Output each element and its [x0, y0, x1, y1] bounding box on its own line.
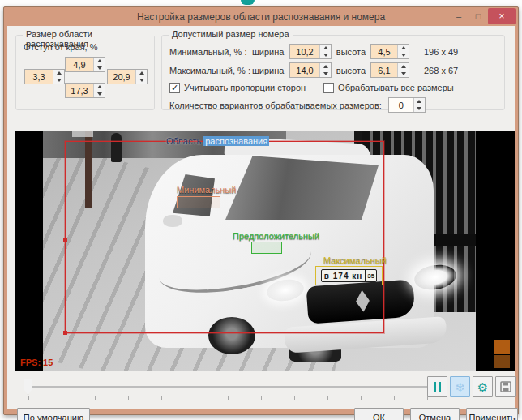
snowflake-icon: ❄ [455, 381, 465, 393]
height-label: высота [332, 47, 370, 57]
variants-spinner[interactable]: 0 [388, 97, 426, 113]
spinner-arrows-icon[interactable] [397, 45, 409, 58]
page-background: Настройка размеров области распознавания… [0, 0, 522, 420]
min-label: Минимальный, % : [169, 47, 252, 57]
apply-button[interactable]: Применить [466, 408, 518, 420]
spinner-arrows-icon[interactable] [93, 58, 105, 71]
camera-osd-mark [72, 131, 93, 137]
timeline-ticks [28, 396, 432, 400]
dialog-content: Размер области распознавания Отступ от к… [7, 26, 515, 409]
timeline-thumb[interactable] [24, 379, 32, 395]
minimal-size-box [177, 196, 220, 208]
min-pixel-size: 196 x 49 [424, 47, 458, 57]
resize-handle[interactable] [63, 331, 67, 335]
spinner-arrows-icon[interactable] [319, 63, 331, 77]
settings-button[interactable]: ⚙ [473, 376, 493, 397]
status-square-bottom [494, 355, 510, 368]
maximal-overlay-label: Максимальный [323, 255, 387, 265]
recognition-area-label: Область распознавания [166, 136, 269, 146]
estimated-size-box [251, 242, 282, 254]
width-label: ширина [252, 66, 289, 75]
spinner-arrows-icon[interactable] [135, 70, 147, 84]
max-label: Максимальный, % : [169, 66, 252, 75]
fps-counter: FPS: 15 [20, 358, 53, 367]
spinner-arrows-icon[interactable] [413, 98, 425, 112]
min-width-spinner[interactable]: 10,2 [289, 44, 332, 59]
maximize-button[interactable]: □ [469, 8, 488, 24]
variants-label: Количество вариантов обрабатываемых разм… [169, 101, 382, 110]
offset-bottom-spinner[interactable]: 17,3 [65, 83, 105, 98]
timeline-track[interactable] [27, 386, 432, 388]
recognition-region-rect[interactable]: Область распознавания [65, 141, 384, 333]
freeze-frame-button[interactable]: ❄ [450, 376, 470, 397]
minimal-overlay-label: Минимальный [177, 185, 236, 195]
proportions-checkbox-label: Учитывать пропорции сторон [184, 83, 306, 92]
all-sizes-checkbox[interactable] [323, 83, 334, 93]
ok-button[interactable]: ОК [354, 408, 404, 420]
gear-icon: ⚙ [477, 381, 488, 393]
width-label: ширина [252, 47, 289, 57]
spinner-arrows-icon[interactable] [319, 45, 331, 58]
license-plate: в 174 кн 35 [321, 269, 377, 282]
transport-bar: ❄ ⚙ [15, 375, 515, 402]
offset-left-spinner[interactable]: 3,3 [24, 69, 65, 84]
dialog-window: Настройка размеров области распознавания… [3, 6, 519, 415]
estimated-overlay-label: Предположительный [233, 231, 319, 241]
titlebar[interactable]: Настройка размеров области распознавания… [4, 7, 518, 26]
group-title: Допустимый размер номера [169, 29, 293, 39]
cropped-page-decoration [241, 0, 255, 5]
save-frame-button[interactable] [495, 376, 516, 397]
spinner-arrows-icon[interactable] [53, 70, 64, 84]
letterbox-right [476, 131, 515, 371]
min-size-row: Минимальный, % : ширина 10,2 высота 4,5 [169, 44, 499, 59]
max-pixel-size: 268 x 67 [424, 66, 458, 75]
all-sizes-checkbox-label: Обрабатывать все размеры [338, 83, 454, 92]
video-preview: Область распознавания Минимальный Предпо… [15, 131, 515, 371]
footer-bar: По умолчанию ОК Отмена Применить [15, 405, 507, 420]
offset-top-spinner[interactable]: 4,9 [65, 57, 105, 72]
resize-handle[interactable] [63, 238, 67, 242]
minimize-button[interactable]: – [449, 8, 469, 24]
close-button[interactable]: × [488, 8, 516, 24]
offset-label: Отступ от края, % [24, 42, 98, 52]
plate-size-group: Допустимый размер номера Минимальный, % … [161, 35, 505, 110]
recognition-area-group: Размер области распознавания Отступ от к… [15, 35, 155, 110]
min-height-spinner[interactable]: 4,5 [370, 44, 409, 59]
status-square-top [494, 340, 510, 354]
letterbox-left [15, 131, 43, 371]
save-icon [500, 381, 511, 392]
proportions-checkbox[interactable]: ✓ [169, 83, 180, 93]
max-size-row: Максимальный, % : ширина 14,0 высота 6,1 [169, 62, 499, 78]
spinner-arrows-icon[interactable] [397, 63, 409, 77]
pause-icon [434, 382, 441, 392]
pause-button[interactable] [427, 376, 447, 397]
max-height-spinner[interactable]: 6,1 [370, 62, 409, 78]
offset-right-spinner[interactable]: 20,9 [107, 69, 148, 84]
window-title: Настройка размеров области распознавания… [137, 11, 385, 23]
settings-row: Размер области распознавания Отступ от к… [12, 30, 510, 111]
max-width-spinner[interactable]: 14,0 [289, 62, 332, 78]
height-label: высота [332, 66, 370, 75]
cancel-button[interactable]: Отмена [410, 408, 460, 420]
maximal-size-box: в 174 кн 35 [315, 266, 383, 285]
default-button[interactable]: По умолчанию [17, 408, 90, 420]
spinner-arrows-icon[interactable] [93, 84, 105, 97]
